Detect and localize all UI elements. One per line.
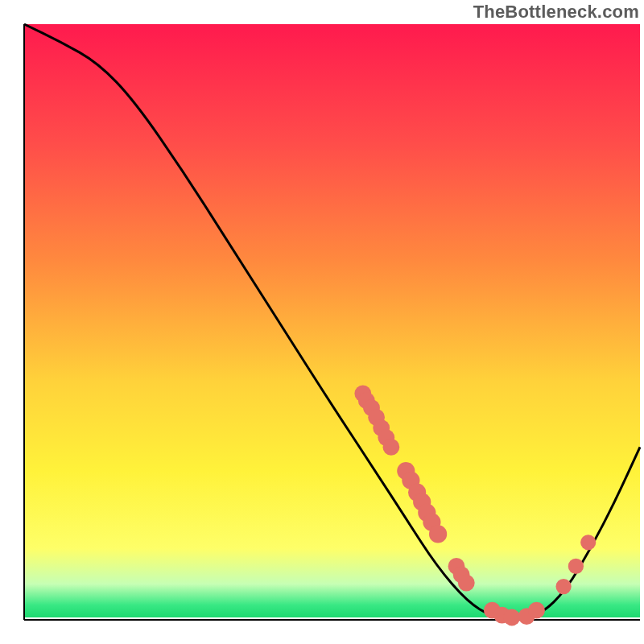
data-dot (458, 575, 475, 592)
data-dot (580, 535, 596, 550)
plot-svg (0, 0, 644, 644)
data-dot (556, 579, 572, 594)
watermark-text: TheBottleneck.com (473, 2, 639, 23)
data-dot (568, 559, 584, 574)
data-dot (504, 609, 521, 626)
data-dot (383, 439, 400, 456)
gradient-background (24, 24, 640, 620)
data-dot (528, 602, 545, 619)
chart-frame: TheBottleneck.com (0, 0, 644, 644)
data-dot (429, 525, 447, 543)
